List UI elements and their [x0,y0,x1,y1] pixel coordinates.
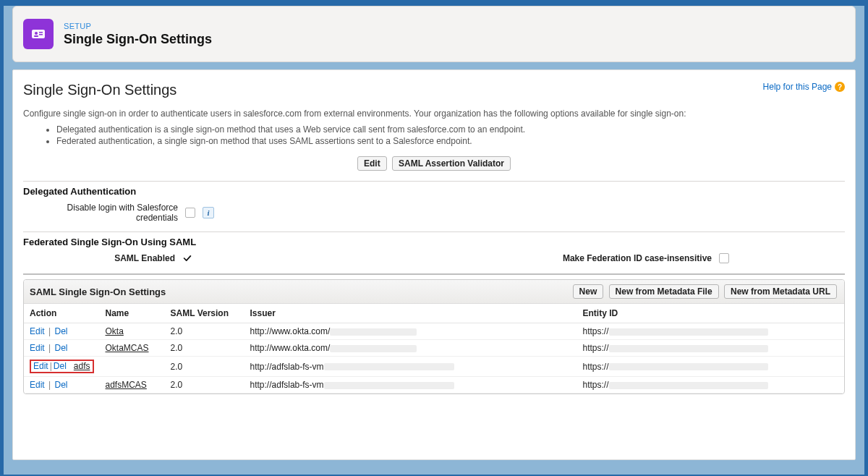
saml-table: Action Name SAML Version Issuer Entity I… [24,304,844,394]
row-issuer: http://adfslab-fs-vm [244,377,577,394]
saml-enabled-label: SAML Enabled [23,253,175,263]
table-row: Edit | DeladfsMCAS2.0http://adfslab-fs-v… [24,377,844,394]
col-name: Name [100,304,165,323]
row-version: 2.0 [165,357,244,377]
col-version: SAML Version [165,304,244,323]
info-icon[interactable]: i [203,207,214,218]
row-edit-link[interactable]: Edit [33,361,48,371]
svg-point-1 [35,32,38,35]
federated-auth-header: Federated Single Sign-On Using SAML [23,237,845,247]
saml-sso-panel: SAML Single Sign-On Settings New New fro… [23,279,845,394]
new-from-file-button[interactable]: New from Metadata File [609,284,719,299]
help-link[interactable]: Help for this Page ? [763,82,845,92]
row-del-link[interactable]: Del [54,380,67,390]
svg-rect-2 [34,35,38,37]
row-edit-link[interactable]: Edit [30,326,45,336]
row-entity: https:// [577,340,844,357]
row-version: 2.0 [165,377,244,394]
row-del-link[interactable]: Del [54,326,67,336]
delegated-auth-header: Delegated Authentication [23,186,845,197]
row-version: 2.0 [165,340,244,357]
disable-login-checkbox[interactable] [185,208,195,218]
col-action: Action [24,304,100,323]
row-edit-link[interactable]: Edit [30,343,45,353]
row-issuer: http://www.okta.com/ [244,323,577,340]
row-del-link[interactable]: Del [54,343,67,353]
sso-page-icon [23,19,54,49]
setup-eyebrow: SETUP [64,22,212,30]
disable-login-label: Disable login with Salesforce credential… [26,203,178,223]
svg-rect-4 [39,34,43,35]
svg-rect-0 [32,30,45,38]
intro-bullet-1: Delegated authentication is a single sig… [56,124,845,135]
page-title: Single Sign-On Settings [23,82,176,98]
saml-panel-title: SAML Single Sign-On Settings [30,286,166,297]
row-version: 2.0 [165,323,244,340]
intro-bullet-2: Federated authentication, a single sign-… [56,136,845,146]
row-name-link[interactable]: adfs [74,361,90,371]
fed-id-case-checkbox[interactable] [719,253,729,263]
content-card: Single Sign-On Settings Help for this Pa… [12,69,856,460]
row-edit-link[interactable]: Edit [30,380,45,390]
saml-validator-button[interactable]: SAML Assertion Validator [392,156,511,171]
fed-id-case-label: Make Federation ID case-insensitive [563,253,712,263]
svg-rect-3 [39,32,43,33]
help-link-label: Help for this Page [763,82,832,92]
setup-header: SETUP Single Sign-On Settings [12,6,856,62]
row-name-link[interactable]: Okta [106,326,124,336]
row-name-link[interactable]: adfsMCAS [106,380,147,390]
row-entity: https:// [577,357,844,377]
row-entity: https:// [577,377,844,394]
row-name-link[interactable]: OktaMCAS [106,343,149,353]
table-row: Edit | Deladfs2.0http://adfslab-fs-vmhtt… [24,357,844,377]
col-issuer: Issuer [244,304,577,323]
intro-text: Configure single sign-on in order to aut… [23,109,845,119]
table-row: Edit | DelOktaMCAS2.0http://www.okta.com… [24,340,844,357]
row-issuer: http://adfslab-fs-vm [244,357,577,377]
table-row: Edit | DelOkta2.0http://www.okta.com/htt… [24,323,844,340]
row-issuer: http://www.okta.com/ [244,340,577,357]
check-icon [182,253,192,263]
setup-title: Single Sign-On Settings [64,32,212,47]
col-entity: Entity ID [577,304,844,323]
new-from-url-button[interactable]: New from Metadata URL [724,284,837,299]
help-icon: ? [835,82,845,92]
row-entity: https:// [577,323,844,340]
edit-button[interactable]: Edit [357,156,387,171]
new-button[interactable]: New [573,284,604,299]
row-del-link[interactable]: Del [54,361,67,371]
